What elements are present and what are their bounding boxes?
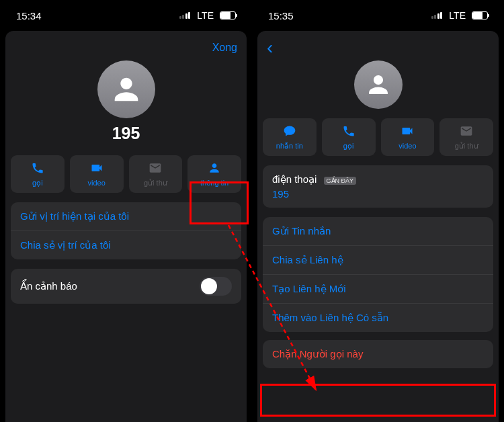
battery-icon [472,11,488,19]
action-label: gọi [343,142,354,151]
phone-number: 195 [272,188,356,200]
add-existing[interactable]: Thêm vào Liên hệ Có sẵn [263,303,493,332]
action-message[interactable]: nhắn tin [263,118,317,156]
network-label: LTE [449,10,466,21]
status-bar: 15:35 LTE [252,0,504,31]
send-location[interactable]: Gửi vị trí hiện tại của tôi [11,202,241,230]
recent-badge: GẦN ĐÂY [324,177,357,185]
hide-alerts-row[interactable]: Ẩn cảnh báo [11,269,241,304]
phone-icon [342,124,355,140]
contact-name: 195 [112,124,140,143]
hide-alerts-toggle[interactable] [200,277,232,296]
block-group: Chặn Người gọi này [263,340,493,368]
avatar [354,60,403,109]
signal-icon [431,12,443,19]
action-video[interactable]: video [381,118,435,156]
action-label: video [87,179,105,187]
done-button[interactable]: Xong [212,42,237,54]
action-mail: gửi thư [439,118,493,156]
mail-icon [460,124,473,140]
create-contact[interactable]: Tạo Liên hệ Mới [263,274,493,303]
block-caller[interactable]: Chặn Người gọi này [263,340,493,368]
nav-bar: Xong [5,35,247,60]
phone-row[interactable]: điện thoại GẦN ĐÂY 195 [263,165,493,208]
screenshot-left: 15:34 LTE Xong 195 gọi video [0,0,252,422]
action-mail: gửi thư [129,155,183,193]
hide-alerts-group: Ẩn cảnh báo [11,269,241,304]
network-label: LTE [197,10,214,21]
signal-icon [179,12,191,19]
video-icon [401,124,414,140]
phone-group: điện thoại GẦN ĐÂY 195 [263,165,493,208]
action-label: thông tin [200,179,228,187]
video-icon [90,161,103,177]
screenshot-right: 15:35 LTE ‹ nhắn tin gọi [252,0,504,422]
hide-alerts-label: Ẩn cảnh báo [20,280,77,292]
status-bar: 15:34 LTE [0,0,252,31]
action-label: gửi thư [144,179,167,187]
info-icon [208,161,221,177]
actions-group: Gửi Tin nhắn Chia sẻ Liên hệ Tạo Liên hệ… [263,217,493,332]
back-button[interactable]: ‹ [267,38,273,57]
action-call[interactable]: gọi [322,118,376,156]
avatar [97,60,155,118]
phone-icon [31,161,44,177]
action-row: gọi video gửi thư thông tin [5,155,247,193]
nav-bar: ‹ [257,35,499,60]
action-call[interactable]: gọi [11,155,65,193]
message-icon [283,124,296,140]
mail-icon [149,161,162,177]
location-group: Gửi vị trí hiện tại của tôi Chia sẻ vị t… [11,202,241,259]
clock: 15:35 [268,10,294,22]
action-video[interactable]: video [70,155,124,193]
action-row: nhắn tin gọi video gửi thư [257,118,499,156]
action-label: gọi [32,179,43,187]
action-label: gửi thư [455,142,478,151]
battery-icon [220,11,236,19]
clock: 15:34 [16,10,42,22]
phone-label: điện thoại [272,173,317,185]
action-info[interactable]: thông tin [187,155,241,193]
share-contact[interactable]: Chia sẻ Liên hệ [263,245,493,274]
action-label: video [398,142,416,150]
share-location[interactable]: Chia sẻ vị trí của tôi [11,230,241,259]
action-label: nhắn tin [276,142,303,151]
send-message[interactable]: Gửi Tin nhắn [263,217,493,245]
